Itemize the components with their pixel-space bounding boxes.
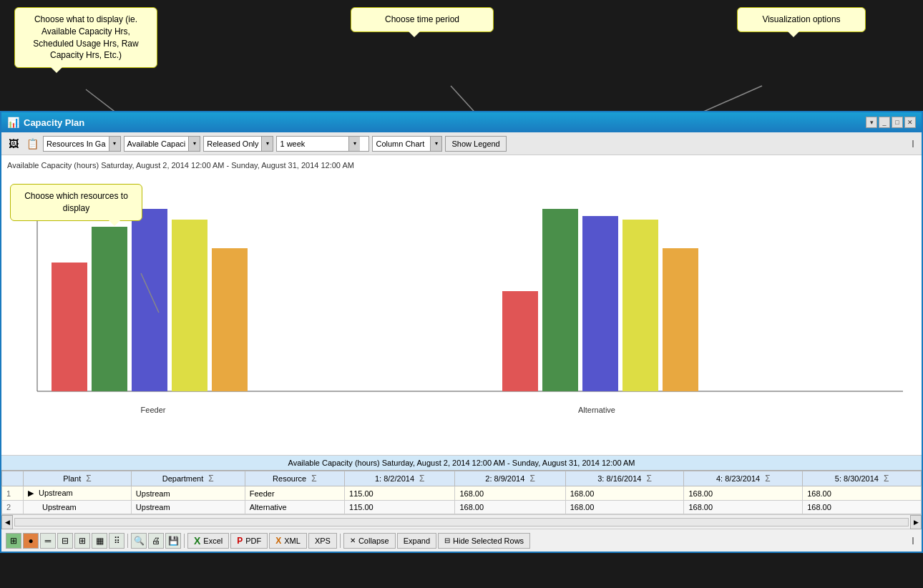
table-section: Available Capacity (hours) Saturday, Aug… bbox=[1, 456, 922, 514]
table-row[interactable]: 2 Upstream Upstream Alternative 115.00 1… bbox=[2, 501, 922, 514]
svg-rect-7 bbox=[132, 209, 167, 391]
bottom-toolbar: ⊞ ● ═ ⊟ ⊞ ▦ ⠿ 🔍 🖨 💾 X Excel P PDF X XML … bbox=[1, 529, 922, 552]
grid3-btn[interactable]: ▦ bbox=[92, 533, 107, 549]
svg-line-0 bbox=[86, 89, 132, 111]
col-dept-header[interactable]: Department Σ bbox=[131, 471, 245, 486]
scroll-area[interactable]: ◀ ▶ bbox=[1, 514, 922, 529]
scroll-left-btn[interactable]: ◀ bbox=[1, 515, 13, 529]
released-dropdown-arrow[interactable]: ▾ bbox=[261, 137, 273, 151]
title-bar: 📊 Capacity Plan ▾ _ □ ✕ bbox=[1, 112, 922, 132]
scroll-right-btn[interactable]: ▶ bbox=[910, 515, 922, 529]
tooltip-visualization: Visualization options bbox=[737, 7, 866, 32]
xps-btn[interactable]: XPS bbox=[308, 533, 337, 549]
row-btn[interactable]: ⊟ bbox=[57, 533, 73, 549]
col-plant-header[interactable]: Plant Σ bbox=[24, 471, 132, 486]
row-col2-0: 168.00 bbox=[455, 486, 565, 501]
window-icon: 📊 bbox=[7, 117, 19, 128]
xml-btn[interactable]: X XML bbox=[269, 533, 307, 549]
scroll-track[interactable] bbox=[14, 518, 909, 526]
row-resource-1: Alternative bbox=[245, 501, 344, 514]
collapse-btn[interactable]: ✕ Collapse bbox=[343, 533, 396, 549]
row-col1-0: 115.00 bbox=[345, 486, 455, 501]
row-num-1: 2 bbox=[2, 501, 24, 514]
bar-chart-svg: Feeder Alternative bbox=[16, 177, 914, 427]
expand-btn[interactable]: Expand bbox=[397, 533, 436, 549]
show-legend-button[interactable]: Show Legend bbox=[445, 136, 506, 152]
timeperiod-dropdown[interactable]: 1 week ▾ bbox=[276, 136, 369, 152]
maximize-btn[interactable]: □ bbox=[892, 117, 903, 128]
resources-dropdown[interactable]: Resources In Ga ▾ bbox=[43, 136, 121, 152]
col-resource-header[interactable]: Resource Σ bbox=[245, 471, 344, 486]
svg-rect-14 bbox=[622, 220, 658, 391]
row-col1-1: 115.00 bbox=[345, 501, 455, 514]
col-date5-header[interactable]: 5: 8/30/2014 Σ bbox=[803, 471, 922, 486]
col-rownum-header bbox=[2, 471, 24, 486]
window-title: Capacity Plan bbox=[24, 117, 84, 128]
charttype-dropdown[interactable]: Column Chart ▾ bbox=[372, 136, 442, 152]
row-col3-0: 168.00 bbox=[565, 486, 684, 501]
table-column-headers: Plant Σ Department Σ Resource Σ 1: 8/2/2… bbox=[2, 471, 922, 486]
row-col3-1: 168.00 bbox=[565, 501, 684, 514]
sep1 bbox=[127, 534, 128, 548]
svg-rect-11 bbox=[502, 291, 538, 391]
table-body: 1 ▶ Upstream Upstream Feeder 115.00 168.… bbox=[2, 486, 922, 514]
print-btn[interactable]: 🖨 bbox=[148, 533, 164, 549]
pdf-btn[interactable]: P PDF bbox=[230, 533, 268, 549]
tooltip-what-to-display: Choose what to display (ie. Available Ca… bbox=[14, 7, 157, 68]
main-window: 📊 Capacity Plan ▾ _ □ ✕ 🖼 📋 Resources In… bbox=[0, 111, 923, 553]
row-num-0: 1 bbox=[2, 486, 24, 501]
grid-btn[interactable]: ⊞ bbox=[6, 533, 21, 549]
resize-handle[interactable] bbox=[909, 139, 917, 149]
save-btn[interactable]: 💾 bbox=[165, 533, 181, 549]
excel-btn[interactable]: X Excel bbox=[187, 533, 229, 549]
svg-rect-9 bbox=[212, 248, 248, 391]
title-bar-left: 📊 Capacity Plan bbox=[7, 117, 84, 128]
capacity-dropdown[interactable]: Available Capaci ▾ bbox=[124, 136, 201, 152]
charttype-dropdown-arrow[interactable]: ▾ bbox=[430, 137, 441, 151]
col-date3-header[interactable]: 3: 8/16/2014 Σ bbox=[565, 471, 684, 486]
row-col4-0: 168.00 bbox=[684, 486, 803, 501]
svg-rect-8 bbox=[172, 220, 207, 391]
svg-line-2 bbox=[673, 86, 762, 111]
svg-text:Alternative: Alternative bbox=[578, 406, 615, 414]
col-date2-header[interactable]: 2: 8/9/2014 Σ bbox=[455, 471, 565, 486]
svg-rect-6 bbox=[92, 227, 127, 391]
grid2-btn[interactable]: ⊞ bbox=[74, 533, 90, 549]
svg-rect-5 bbox=[52, 263, 87, 391]
row-col5-0: 168.00 bbox=[803, 486, 922, 501]
row-dept-0: Upstream bbox=[131, 486, 245, 501]
resources-dropdown-arrow[interactable]: ▾ bbox=[109, 137, 120, 151]
capacity-dropdown-arrow[interactable]: ▾ bbox=[188, 137, 200, 151]
circle-btn[interactable]: ● bbox=[23, 533, 39, 549]
close-btn[interactable]: ✕ bbox=[904, 117, 916, 128]
svg-rect-12 bbox=[542, 209, 578, 391]
row-dept-1: Upstream bbox=[131, 501, 245, 514]
col-date4-header[interactable]: 4: 8/23/2014 Σ bbox=[684, 471, 803, 486]
hide-rows-btn[interactable]: ⊟ Hide Selected Rows bbox=[438, 533, 530, 549]
minimize-btn[interactable]: _ bbox=[879, 117, 890, 128]
toolbar-icon-1[interactable]: 🖼 bbox=[6, 136, 21, 152]
sep2 bbox=[184, 534, 185, 548]
search-btn[interactable]: 🔍 bbox=[131, 533, 147, 549]
data-table: Plant Σ Department Σ Resource Σ 1: 8/2/2… bbox=[1, 471, 922, 514]
toolbar-icon-2[interactable]: 📋 bbox=[24, 136, 40, 152]
dots-btn[interactable]: ⠿ bbox=[109, 533, 124, 549]
chart-title: Available Capacity (hours) Saturday, Aug… bbox=[7, 161, 916, 170]
timeperiod-dropdown-arrow[interactable]: ▾ bbox=[348, 137, 360, 151]
col-date1-header[interactable]: 1: 8/2/2014 Σ bbox=[345, 471, 455, 486]
row-plant-0: ▶ Upstream bbox=[24, 486, 132, 501]
dropdown-btn[interactable]: ▾ bbox=[866, 117, 877, 128]
expand-arrow[interactable]: ▶ bbox=[28, 489, 34, 497]
lines-btn[interactable]: ═ bbox=[40, 533, 56, 549]
table-header: Available Capacity (hours) Saturday, Aug… bbox=[1, 456, 922, 471]
toolbar: 🖼 📋 Resources In Ga ▾ Available Capaci ▾… bbox=[1, 132, 922, 155]
row-col5-1: 168.00 bbox=[803, 501, 922, 514]
table-row[interactable]: 1 ▶ Upstream Upstream Feeder 115.00 168.… bbox=[2, 486, 922, 501]
bottom-resize-handle[interactable] bbox=[909, 536, 917, 546]
chart-area: Available Capacity (hours) Saturday, Aug… bbox=[1, 155, 922, 456]
title-bar-controls[interactable]: ▾ _ □ ✕ bbox=[866, 117, 916, 128]
released-dropdown[interactable]: Released Only ▾ bbox=[203, 136, 273, 152]
tooltip-time-period: Choose time period bbox=[351, 7, 494, 32]
tooltips-area: Choose what to display (ie. Available Ca… bbox=[0, 0, 923, 111]
row-col2-1: 168.00 bbox=[455, 501, 565, 514]
